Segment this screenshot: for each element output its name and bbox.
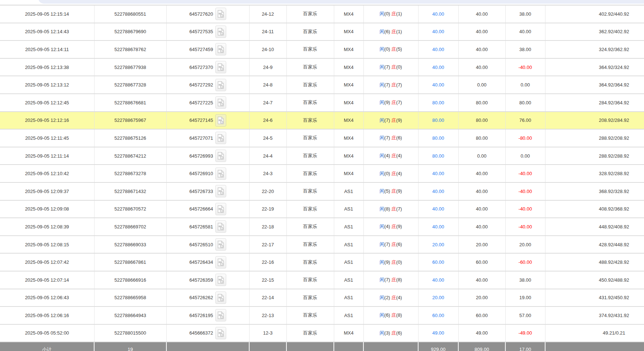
video-replay-button[interactable] [215, 132, 226, 144]
subtotal-empty-cell [286, 342, 334, 351]
cell-table-code: AS1 [334, 218, 363, 236]
cell-valid-amount: 0.00 [458, 147, 505, 165]
cell-bet-id: 522788677328 [94, 76, 166, 94]
table-row[interactable]: 2025-09-05 12:08:39 522788669702 6457265… [0, 218, 644, 236]
table-row[interactable]: 2025-09-05 12:11:14 522788674212 6457269… [0, 147, 644, 165]
cell-balance: 448.92/408.92 [545, 218, 644, 236]
table-row[interactable]: 2025-09-05 12:10:42 522788673278 6457269… [0, 165, 644, 182]
video-replay-button[interactable] [215, 150, 226, 162]
player-label: 闲 [379, 242, 384, 247]
banker-label: 庄 [392, 330, 396, 336]
subtotal-empty-cell [166, 342, 249, 351]
banker-points: (7) [396, 206, 402, 212]
cell-bet-amount: 60.00 [418, 306, 458, 324]
game-id-text: 645726910 [189, 171, 213, 176]
cell-result: 闲(8) 庄(7) [363, 200, 418, 218]
table-row[interactable]: 2025-09-05 12:12:16 522788675967 6457271… [0, 112, 644, 130]
cell-result: 闲(2) 庄(4) [363, 289, 418, 307]
video-replay-button[interactable] [215, 79, 226, 91]
video-replay-button[interactable] [215, 203, 226, 215]
cell-valid-amount: 40.00 [458, 218, 505, 236]
video-file-icon [217, 170, 224, 178]
player-label: 闲 [379, 312, 384, 318]
table-row[interactable]: 2025-09-05 12:14:11 522788678762 6457274… [0, 40, 644, 58]
table-row[interactable]: 2025-09-05 05:52:00 522788015500 6456663… [0, 324, 644, 342]
video-replay-button[interactable] [215, 26, 226, 38]
table-row[interactable]: 2025-09-05 12:13:12 522788677328 6457272… [0, 76, 644, 94]
table-row[interactable]: 2025-09-05 12:07:14 522788666916 6457263… [0, 271, 644, 289]
cell-bet-amount: 40.00 [418, 182, 458, 200]
cell-balance: 288.92/208.92 [545, 129, 644, 147]
cell-table-code: AS1 [334, 200, 363, 218]
game-id-text: 645727620 [189, 11, 213, 17]
video-replay-button[interactable] [215, 114, 226, 127]
player-points: (4) [384, 153, 390, 158]
banker-label: 庄 [392, 206, 396, 212]
subtotal-empty-cell [249, 342, 286, 351]
cell-valid-amount: 20.00 [458, 289, 505, 307]
table-row[interactable]: 2025-09-05 12:09:08 522788670572 6457266… [0, 200, 644, 218]
video-replay-button[interactable] [215, 292, 226, 304]
cell-game-id: 645666372 [166, 324, 249, 342]
cell-balance: 364.92/364.92 [545, 76, 644, 94]
video-replay-button[interactable] [215, 220, 226, 233]
cell-win-loss: -40.00 [505, 182, 545, 200]
cell-bet-time: 2025-09-05 12:14:43 [0, 23, 94, 41]
table-row[interactable]: 2025-09-05 12:08:15 522788669033 6457265… [0, 236, 644, 254]
cell-win-loss: -40.00 [505, 165, 545, 182]
cell-game-type: 百家乐 [286, 200, 334, 218]
video-replay-button[interactable] [215, 256, 226, 269]
banker-points: (9) [396, 224, 402, 229]
video-replay-button[interactable] [215, 167, 226, 180]
video-replay-button[interactable] [215, 327, 226, 339]
cell-result: 闲(6) 庄(8) [363, 306, 418, 324]
video-replay-button[interactable] [215, 274, 226, 286]
video-replay-button[interactable] [215, 185, 226, 197]
cell-balance: 284.92/364.92 [545, 94, 644, 112]
table-row[interactable]: 2025-09-05 12:11:45 522788675126 6457270… [0, 129, 644, 147]
cell-balance: 208.92/284.92 [545, 112, 644, 130]
table-row[interactable]: 2025-09-05 12:13:38 522788677938 6457273… [0, 58, 644, 76]
video-replay-button[interactable] [215, 309, 226, 321]
table-row[interactable]: 2025-09-05 12:09:37 522788671432 6457267… [0, 182, 644, 200]
cell-table-code: MX4 [334, 76, 363, 94]
table-row[interactable]: 2025-09-05 12:06:43 522788665958 6457262… [0, 289, 644, 307]
cell-table-code: AS1 [334, 182, 363, 200]
video-replay-button[interactable] [215, 238, 226, 251]
table-row[interactable]: 2025-09-05 12:07:42 522788667861 6457264… [0, 253, 644, 271]
video-file-icon [217, 116, 224, 124]
cell-result: 闲(0) 庄(5) [363, 40, 418, 58]
cell-result: 闲(7) 庄(6) [363, 236, 418, 254]
video-replay-button[interactable] [215, 96, 226, 109]
subtotal-empty-cell [363, 342, 418, 351]
banker-label: 庄 [392, 171, 396, 176]
cell-round: 22-17 [249, 236, 286, 254]
banker-points: (5) [396, 46, 402, 52]
banker-points: (6) [396, 135, 402, 140]
cell-table-code: MX4 [334, 58, 363, 76]
cell-round: 22-14 [249, 289, 286, 307]
video-replay-button[interactable] [215, 61, 226, 73]
cell-round: 24-11 [249, 23, 286, 41]
cell-game-type: 百家乐 [286, 58, 334, 76]
table-row[interactable]: 2025-09-05 12:12:45 522788676681 6457272… [0, 94, 644, 112]
banker-label: 庄 [392, 11, 396, 16]
table-row[interactable]: 2025-09-05 12:14:43 522788679690 6457275… [0, 23, 644, 41]
cell-valid-amount: 40.00 [458, 40, 505, 58]
game-id-text: 645726195 [189, 313, 213, 318]
player-points: (7) [384, 135, 390, 140]
cell-game-id: 645727620 [166, 5, 249, 23]
cell-result: 闲(0) 庄(1) [363, 5, 418, 23]
table-row[interactable]: 2025-09-05 12:06:16 522788664943 6457261… [0, 306, 644, 324]
table-row[interactable]: 2025-09-05 12:15:14 522788680551 6457276… [0, 5, 644, 23]
video-replay-button[interactable] [215, 43, 226, 55]
video-replay-button[interactable] [215, 8, 226, 20]
banker-points: (4) [396, 171, 402, 176]
cell-bet-id: 522788673278 [94, 165, 166, 182]
banker-label: 庄 [392, 295, 396, 300]
cell-table-code: MX4 [334, 94, 363, 112]
cell-balance: 402.92/440.92 [545, 5, 644, 23]
cell-bet-id: 522788674212 [94, 147, 166, 165]
cell-win-loss: 0.00 [505, 76, 545, 94]
banker-label: 庄 [392, 117, 396, 123]
